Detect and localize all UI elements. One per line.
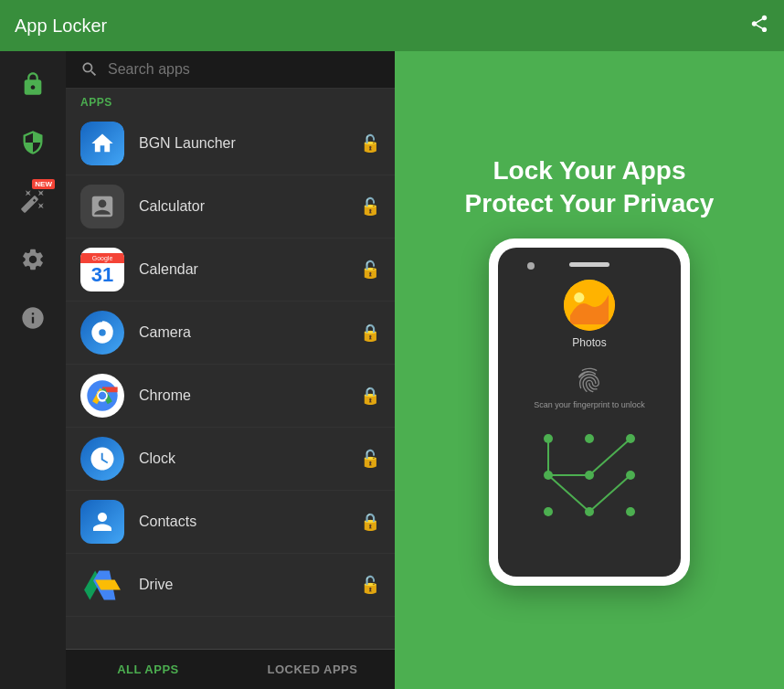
promo-text: Lock Your Apps Protect Your Privacy	[465, 154, 715, 221]
app-list-panel: Apps BGN Launcher 🔓 C	[66, 51, 395, 689]
lock-state-contacts[interactable]: 🔒	[360, 512, 380, 532]
search-bar	[66, 51, 395, 89]
photos-circle	[564, 280, 615, 331]
app-icon-bgn	[80, 122, 124, 165]
list-item[interactable]: BGN Launcher 🔓	[66, 112, 395, 175]
new-badge: NEW	[32, 179, 55, 189]
svg-point-14	[544, 471, 553, 480]
app-name-camera: Camera	[139, 324, 360, 341]
sidebar-lock-icon[interactable]	[15, 66, 51, 102]
app-name-bgn: BGN Launcher	[139, 135, 360, 152]
lock-state-drive[interactable]: 🔓	[360, 575, 380, 595]
list-item[interactable]: Calculator 🔓	[66, 175, 395, 238]
app-icon-clock	[80, 437, 124, 481]
svg-point-16	[626, 471, 635, 480]
svg-point-3	[99, 392, 106, 399]
app-list: BGN Launcher 🔓 Calculator 🔓 Google	[66, 112, 395, 649]
app-icon-calc	[80, 185, 124, 228]
app-name-contacts: Contacts	[139, 514, 360, 530]
app-name-calc: Calculator	[139, 198, 360, 215]
sidebar-shield-icon[interactable]	[15, 124, 51, 161]
section-label: Apps	[66, 89, 395, 112]
search-icon	[80, 60, 99, 79]
svg-line-9	[548, 475, 589, 512]
app-icon-chrome	[80, 374, 124, 418]
app-icon-drive	[80, 563, 124, 607]
lock-state-clock[interactable]: 🔓	[360, 449, 380, 469]
lock-state-chrome[interactable]: 🔒	[360, 386, 380, 406]
pattern-area	[525, 420, 653, 530]
svg-point-5	[574, 292, 584, 302]
app-icon-camera	[80, 311, 124, 355]
lock-state-bgn[interactable]: 🔓	[360, 133, 380, 154]
promo-rest-1: Your Apps	[553, 156, 686, 185]
search-input[interactable]	[108, 61, 380, 78]
pattern-lines	[525, 420, 653, 530]
share-button[interactable]	[749, 14, 769, 38]
right-panel: Lock Your Apps Protect Your Privacy	[395, 51, 784, 689]
list-item[interactable]: Drive 🔓	[66, 554, 395, 617]
app-name-chrome: Chrome	[139, 387, 360, 404]
lock-state-calendar[interactable]: 🔓	[360, 260, 380, 280]
app-icon-contacts	[80, 500, 124, 544]
svg-point-19	[626, 507, 635, 516]
phone-screen: Photos Scan your fingerprint to unlock	[498, 248, 681, 577]
svg-point-17	[544, 507, 553, 516]
sidebar-info-icon[interactable]	[15, 300, 51, 336]
app-name-clock: Clock	[139, 450, 360, 467]
app-name-drive: Drive	[139, 577, 360, 593]
sidebar: NEW	[0, 51, 66, 689]
svg-point-12	[585, 434, 594, 443]
lock-state-camera[interactable]: 🔒	[360, 323, 380, 343]
promo-bold-2: Protect	[465, 189, 553, 217]
phone-mockup: Photos Scan your fingerprint to unlock	[489, 238, 690, 586]
list-item[interactable]: Google 31 Calendar 🔓	[66, 238, 395, 302]
svg-point-18	[585, 507, 594, 516]
svg-line-10	[589, 475, 630, 512]
app-icon-calendar: Google 31	[80, 248, 124, 292]
tab-all-apps[interactable]: ALL APPS	[66, 650, 230, 689]
tab-locked-apps[interactable]: LOCKED APPS	[230, 650, 395, 689]
fingerprint-section: Scan your fingerprint to unlock	[534, 366, 645, 409]
fingerprint-icon	[575, 366, 604, 395]
svg-point-11	[544, 434, 553, 443]
list-item[interactable]: Contacts 🔒	[66, 491, 395, 554]
svg-point-13	[626, 434, 635, 443]
photos-label: Photos	[572, 336, 606, 349]
app-title: App Locker	[15, 16, 107, 37]
sidebar-magic-icon[interactable]: NEW	[15, 183, 51, 219]
main-content: NEW Apps	[0, 51, 784, 689]
fingerprint-label: Scan your fingerprint to unlock	[534, 400, 645, 409]
list-item[interactable]: Clock 🔓	[66, 428, 395, 491]
lock-state-calc[interactable]: 🔓	[360, 196, 380, 217]
photos-icon-wrap: Photos	[564, 280, 615, 349]
app-name-calendar: Calendar	[139, 261, 360, 278]
sidebar-settings-icon[interactable]	[15, 241, 51, 278]
promo-rest-2: Your Privacy	[553, 189, 714, 217]
list-item[interactable]: Camera 🔒	[66, 302, 395, 365]
list-item[interactable]: Chrome 🔒	[66, 365, 395, 428]
bottom-tabs: ALL APPS LOCKED APPS	[66, 649, 395, 689]
svg-line-8	[589, 439, 630, 475]
svg-point-15	[585, 471, 594, 480]
promo-bold-1: Lock	[493, 156, 552, 185]
app-header: App Locker	[0, 0, 784, 51]
